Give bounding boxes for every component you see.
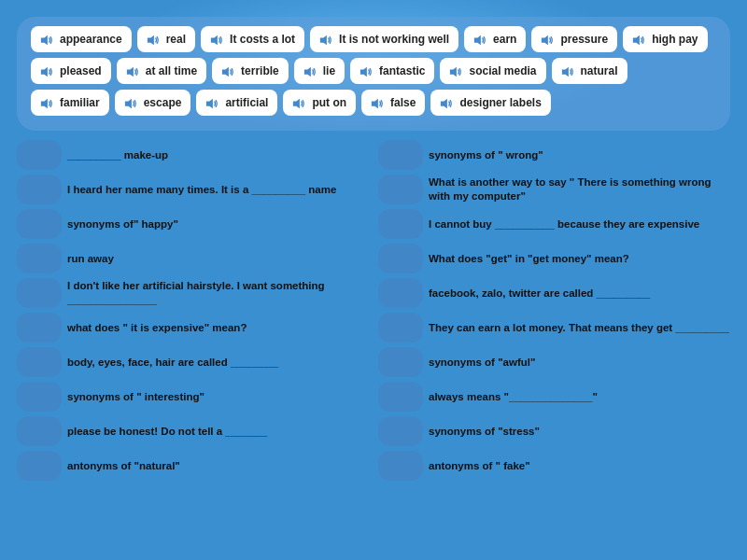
tile-it-is-not-working-well[interactable]: It is not working well — [310, 26, 458, 52]
tile-label: It costs a lot — [230, 33, 295, 46]
svg-marker-9 — [222, 67, 229, 77]
question-item: I don't like her artificial hairstyle. I… — [17, 278, 369, 308]
speaker-icon[interactable] — [473, 34, 488, 45]
speaker-icon[interactable] — [210, 34, 225, 45]
speaker-icon[interactable] — [449, 65, 464, 77]
answer-bubble[interactable] — [378, 347, 423, 377]
speaker-icon[interactable] — [371, 97, 386, 108]
tile-terrible[interactable]: terrible — [212, 58, 289, 84]
question-item: What is another way to say " There is so… — [378, 175, 730, 204]
tile-lie[interactable]: lie — [294, 58, 345, 84]
tile-familiar[interactable]: familiar — [31, 90, 109, 116]
speaker-icon[interactable] — [632, 34, 647, 45]
tile-label: high pay — [652, 33, 698, 46]
question-item: What does "get" in "get money" mean? — [378, 244, 730, 273]
tile-label: false — [390, 96, 416, 109]
tile-pressure[interactable]: pressure — [531, 26, 617, 52]
speaker-icon[interactable] — [292, 97, 307, 108]
speaker-icon[interactable] — [40, 65, 55, 77]
question-text: antonyms of " fake" — [429, 459, 530, 473]
tile-real[interactable]: real — [137, 26, 195, 52]
tile-escape[interactable]: escape — [115, 90, 191, 116]
svg-marker-5 — [542, 35, 548, 46]
question-text: please be honest! Do not tell a _______ — [67, 425, 267, 439]
question-item: what does " it is expensive" mean? — [17, 313, 369, 343]
tile-at-all-time[interactable]: at all time — [117, 58, 206, 84]
question-text: always means "______________" — [429, 390, 598, 404]
svg-marker-1 — [148, 35, 154, 46]
tiles-row-2: pleased at all time terrible lie fantast… — [31, 58, 716, 84]
answer-bubble[interactable] — [378, 244, 423, 273]
speaker-icon[interactable] — [124, 97, 139, 108]
tile-pleased[interactable]: pleased — [31, 58, 111, 84]
answer-bubble[interactable] — [17, 313, 62, 343]
question-text: I cannot buy __________ because they are… — [429, 217, 699, 231]
tile-appearance[interactable]: appearance — [31, 26, 132, 52]
question-text: what does " it is expensive" mean? — [67, 321, 247, 335]
speaker-icon[interactable] — [561, 65, 576, 77]
speaker-icon[interactable] — [541, 34, 556, 45]
tile-label: designer labels — [459, 96, 541, 109]
tile-artificial[interactable]: artificial — [196, 90, 277, 116]
tile-label: real — [166, 33, 186, 46]
tile-label: put on — [312, 96, 346, 109]
speaker-icon[interactable] — [319, 34, 334, 45]
answer-bubble[interactable] — [378, 278, 423, 308]
svg-marker-11 — [360, 67, 367, 77]
answer-bubble[interactable] — [378, 451, 423, 481]
answer-bubble[interactable] — [17, 209, 62, 239]
speaker-icon[interactable] — [147, 34, 162, 45]
answer-bubble[interactable] — [378, 416, 423, 446]
tile-label: familiar — [60, 96, 100, 109]
tile-designer-labels[interactable]: designer labels — [430, 90, 550, 116]
tile-fantastic[interactable]: fantastic — [350, 58, 434, 84]
tiles-area: appearance real It costs a lot It is not… — [17, 17, 730, 131]
question-text: They can earn a lot money. That means th… — [429, 321, 729, 335]
tile-false[interactable]: false — [361, 90, 425, 116]
question-item: synonyms of "awful" — [378, 347, 730, 377]
question-item: body, eyes, face, hair are called ______… — [17, 347, 369, 377]
speaker-icon[interactable] — [440, 97, 455, 108]
svg-marker-19 — [441, 99, 447, 109]
tile-natural[interactable]: natural — [552, 58, 627, 84]
answer-bubble[interactable] — [17, 347, 62, 377]
answer-bubble[interactable] — [378, 313, 423, 343]
speaker-icon[interactable] — [205, 97, 220, 108]
svg-marker-18 — [372, 99, 378, 109]
svg-marker-15 — [125, 99, 132, 109]
answer-bubble[interactable] — [378, 175, 423, 204]
answer-bubble[interactable] — [17, 244, 62, 273]
speaker-icon[interactable] — [303, 65, 318, 77]
question-text: _________ make-up — [67, 148, 168, 162]
answer-bubble[interactable] — [17, 140, 62, 170]
question-text: synonyms of" happy" — [67, 217, 178, 231]
question-item: I heard her name many times. It is a ___… — [17, 175, 369, 204]
speaker-icon[interactable] — [126, 65, 141, 77]
question-item: synonyms of "stress" — [378, 416, 730, 446]
question-item: facebook, zalo, twitter are called _____… — [378, 278, 730, 308]
tile-high-pay[interactable]: high pay — [623, 26, 707, 52]
question-text: body, eyes, face, hair are called ______… — [67, 356, 278, 370]
tile-earn[interactable]: earn — [464, 26, 526, 52]
question-item: I cannot buy __________ because they are… — [378, 209, 730, 239]
svg-marker-8 — [127, 67, 134, 77]
tile-label: It is not working well — [339, 33, 449, 46]
speaker-icon[interactable] — [221, 65, 236, 77]
speaker-icon[interactable] — [40, 97, 55, 108]
answer-bubble[interactable] — [17, 278, 62, 308]
answer-bubble[interactable] — [17, 451, 62, 481]
question-item: run away — [17, 244, 369, 273]
answer-bubble[interactable] — [378, 382, 423, 412]
answer-bubble[interactable] — [17, 382, 62, 412]
tile-social-media[interactable]: social media — [440, 58, 545, 84]
answer-bubble[interactable] — [17, 416, 62, 446]
tile-it-costs-a-lot[interactable]: It costs a lot — [201, 26, 304, 52]
answer-bubble[interactable] — [378, 140, 423, 170]
tile-label: fantastic — [379, 64, 425, 77]
tile-put-on[interactable]: put on — [283, 90, 356, 116]
speaker-icon[interactable] — [359, 65, 374, 77]
svg-marker-16 — [206, 99, 213, 109]
answer-bubble[interactable] — [378, 209, 423, 239]
answer-bubble[interactable] — [17, 175, 62, 204]
speaker-icon[interactable] — [40, 34, 55, 45]
